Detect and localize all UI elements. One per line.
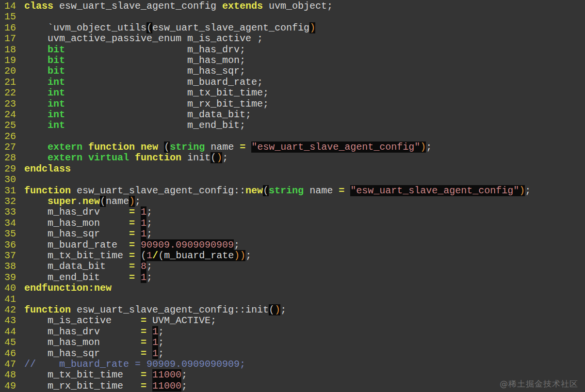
code-token: m_rx_bit_time <box>24 380 141 392</box>
code-text: extern virtual function init(); <box>24 153 585 163</box>
code-token: name <box>205 141 240 153</box>
code-token: = <box>141 369 146 380</box>
code-token: / <box>152 250 158 261</box>
line-number: 17 <box>4 33 17 44</box>
code-token: m_is_active <box>24 315 141 326</box>
code-token: UVM_ACTIVE; <box>146 315 216 326</box>
code-token: 1 <box>141 228 146 239</box>
code-token: ; <box>181 380 187 392</box>
code-token: super <box>48 196 77 207</box>
code-token: string <box>269 185 304 196</box>
code-token: 1 <box>141 272 146 283</box>
code-line: 19 bit m_has_mon; <box>0 55 585 66</box>
line-number: 15 <box>4 12 17 22</box>
code-token: ) <box>216 152 222 163</box>
code-token: = <box>129 206 135 218</box>
code-token <box>24 196 48 207</box>
code-token <box>24 98 48 110</box>
code-token: int <box>48 87 65 98</box>
code-line: 29endclass <box>0 164 585 174</box>
code-token: 11000 <box>152 380 181 392</box>
code-token: bit <box>48 65 65 77</box>
code-token <box>135 239 141 251</box>
code-token <box>24 109 48 120</box>
line-number: 38 <box>4 261 17 272</box>
code-line: 44 m_has_drv = 1; <box>0 327 585 337</box>
code-token: = <box>141 315 146 326</box>
code-token <box>146 369 152 380</box>
code-text: m_has_sqr = 1; <box>24 229 585 239</box>
code-text: uvm_active_passive_enum m_is_active ; <box>24 33 585 44</box>
code-token: ; <box>280 304 286 315</box>
code-token: esw_uart_slave_agent_config <box>53 0 222 12</box>
code-token: ; <box>525 185 531 196</box>
code-line: 23 int m_rx_bit_time; <box>0 99 585 110</box>
code-text: function esw_uart_slave_agent_config::in… <box>24 305 585 315</box>
line-number: 45 <box>4 337 17 348</box>
code-token: virtual <box>88 152 129 163</box>
code-token <box>24 141 48 153</box>
code-token: m_end_bit <box>24 272 129 283</box>
code-token: 8 <box>141 261 146 272</box>
code-token <box>135 272 141 283</box>
code-line: 20 bit m_has_sqr; <box>0 66 585 77</box>
code-text: class esw_uart_slave_agent_config extend… <box>24 1 585 12</box>
code-token: = <box>129 228 135 239</box>
code-token <box>24 152 48 163</box>
code-token: ; <box>181 369 187 380</box>
code-token: ( <box>164 141 170 153</box>
code-token <box>82 152 88 163</box>
code-token: new <box>141 141 158 153</box>
code-token: class <box>24 0 53 12</box>
line-number: 16 <box>4 23 17 33</box>
line-number: 48 <box>4 370 17 380</box>
line-number: 35 <box>4 229 17 239</box>
code-line: 21 int m_buard_rate; <box>0 77 585 88</box>
code-token: ) <box>309 22 315 33</box>
code-line: 41 <box>0 294 585 305</box>
line-number: 25 <box>4 120 17 131</box>
code-token: 90909.0909090909 <box>141 239 234 251</box>
code-line: 16 `uvm_object_utils(esw_uart_slave_agen… <box>0 23 585 33</box>
code-token: ; <box>146 206 152 218</box>
code-token: = <box>141 348 146 359</box>
code-text: int m_buard_rate; <box>24 77 585 88</box>
code-token: = <box>129 250 135 261</box>
code-text: m_has_mon = 1; <box>24 337 585 348</box>
line-number: 19 <box>4 55 17 66</box>
code-token: ( <box>100 196 106 207</box>
code-line: 37 m_tx_bit_time = (1/(m_buard_rate)); <box>0 251 585 261</box>
code-token: ; <box>234 239 240 251</box>
code-text: m_is_active = UVM_ACTIVE; <box>24 315 585 326</box>
line-number: 36 <box>4 240 17 251</box>
code-line: 38 m_data_bit = 8; <box>0 261 585 272</box>
code-token: function <box>135 152 181 163</box>
code-token: m_has_sqr <box>24 348 141 359</box>
code-token: "esw_uart_slave_agent_config" <box>251 141 420 153</box>
code-token: esw_uart_slave_agent_config:: <box>71 185 245 196</box>
code-text: // m_buard_rate = 90909.0909090909; <box>24 359 585 370</box>
line-number: 41 <box>4 294 17 305</box>
code-token: bit <box>48 55 65 66</box>
code-line: 27 extern function new (string name = "e… <box>0 142 585 153</box>
code-token <box>146 337 152 348</box>
code-token <box>24 120 48 131</box>
code-line: 49 m_rx_bit_time = 11000; <box>0 381 585 392</box>
code-token <box>344 185 350 196</box>
code-token: int <box>48 109 65 120</box>
code-token: m_has_mon <box>24 337 141 348</box>
code-text: m_has_sqr = 1; <box>24 348 585 359</box>
code-line: 33 m_has_drv = 1; <box>0 207 585 218</box>
code-token: ; <box>158 337 164 348</box>
code-text: int m_end_bit; <box>24 120 585 131</box>
code-line: 45 m_has_mon = 1; <box>0 337 585 348</box>
watermark: @稀土掘金技术社区 <box>500 378 578 389</box>
code-token: int <box>48 120 65 131</box>
code-token <box>146 380 152 392</box>
code-line: 35 m_has_sqr = 1; <box>0 229 585 239</box>
code-text: m_has_drv = 1; <box>24 327 585 337</box>
code-token <box>24 55 48 66</box>
code-token: = <box>240 141 245 153</box>
code-token: m_tx_bit_time; <box>65 87 269 98</box>
code-text: int m_data_bit; <box>24 110 585 120</box>
